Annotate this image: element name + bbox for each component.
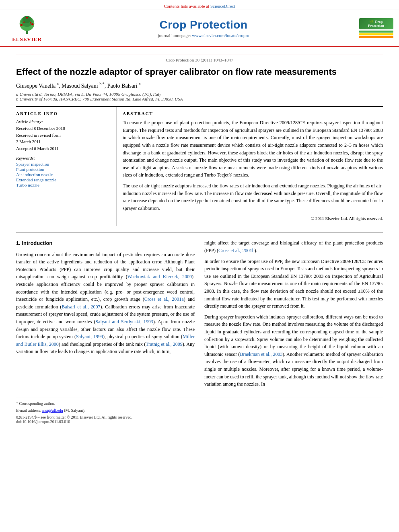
abstract-section: ABSTRACT To ensure the proper use of pla… [117,107,383,226]
elsevier-logo: ELSEVIER [5,13,49,43]
keyword-1[interactable]: Sprayer inspection [16,162,110,166]
body-columns: 1. Introduction Growing concern about th… [16,239,383,391]
contents-label: Contents lists available at [164,4,209,8]
abstract-paragraph-1: To ensure the proper use of plant protec… [123,119,383,179]
abstract-paragraph-2: The use of air-tight nozzle adaptors inc… [123,182,383,212]
keyword-5[interactable]: Turbo nozzle [16,183,110,187]
stripe-yellow [359,33,393,35]
crop-logo-line2: Protection [362,24,390,28]
keyword-2[interactable]: Plant protection [16,167,110,172]
article-title: Effect of the nozzle adaptor of sprayer … [16,66,383,78]
ref-braekman-2003[interactable]: Braekman et al., 2003 [240,351,282,357]
affiliation-a: a Università di Torino, DEIAFA, via L. D… [16,92,383,97]
info-abstract-row: ARTICLE INFO Article history: Received 8… [16,106,383,226]
elsevier-text: ELSEVIER [12,36,42,43]
email-person: (M. Salyani). [64,408,85,413]
col2-para-1: might affect the target coverage and bio… [204,239,383,254]
ref-tratnig-2009[interactable]: Tratnig et al., 2009 [146,341,183,347]
homepage-link[interactable]: www.elsevier.com/locate/cropro [192,33,249,38]
intro-para-1: Growing concern about the environmental … [16,251,195,355]
journal-ref: Crop Protection 30 (2011) 1043–1047 [16,55,383,62]
issn-text: 0261-2194/$ – see front matter © 2011 El… [16,415,383,419]
svg-point-5 [31,23,34,26]
article-footer: * Corresponding author. E-mail address: … [16,398,383,424]
elsevier-tree-icon [11,13,43,35]
ref-cross-2001a[interactable]: Cross et al., 2001a [144,296,184,302]
keyword-4[interactable]: Extended range nozzle [16,177,110,182]
ref-wachowiak[interactable]: Wachowiak and Kierzek, 2009 [128,274,192,279]
accepted-date: Accepted 6 March 2011 [16,145,110,152]
svg-point-8 [30,22,31,24]
journal-banner: ELSEVIER Crop Protection journal homepag… [0,10,399,46]
article-info: ARTICLE INFO Article history: Received 8… [16,107,117,226]
affiliation-b: b University of Florida, IFAS/CREC, 700 … [16,97,383,101]
journal-name: Crop Protection [49,18,358,31]
body-right-col: might affect the target coverage and bio… [204,239,383,391]
abstract-copyright: © 2011 Elsevier Ltd. All rights reserved… [123,215,383,222]
abstract-title: ABSTRACT [123,111,383,116]
authors-text: Giuseppe Vanella a, Masoud Salyani b,*, … [16,83,141,89]
svg-point-6 [26,17,28,19]
footnote-email: E-mail address: msi@ufl.edu (M. Salyani)… [16,408,383,413]
journal-logo-right: 🌿 Crop Protection [358,18,394,38]
affiliations: a Università di Torino, DEIAFA, via L. D… [16,92,383,101]
abstract-text: To ensure the proper use of plant protec… [123,119,383,222]
stripe-orange [359,36,393,38]
keyword-3[interactable]: Air-induction nozzle [16,172,110,177]
homepage-label: journal homepage: [158,33,191,38]
journal-ref-text: Crop Protection 30 (2011) 1043–1047 [166,58,233,62]
ref-salyani-1999[interactable]: Salyani, 1999 [76,334,103,339]
body-left-col: 1. Introduction Growing concern about th… [16,239,195,391]
email-label: E-mail address: [16,408,41,413]
ref-cross-2001b[interactable]: Cross et al., 2001b [218,248,255,253]
col2-para-3: During sprayer inspection which includes… [204,313,383,388]
intro-heading: 1. Introduction [16,239,195,247]
keywords-list: Sprayer inspection Plant protection Air-… [16,162,110,187]
authors: Giuseppe Vanella a, Masoud Salyani b,*, … [16,82,383,90]
journal-header: Contents lists available at ScienceDirec… [0,0,399,47]
footer-bottom: 0261-2194/$ – see front matter © 2011 El… [16,415,383,424]
svg-point-7 [23,21,25,23]
revised-date: 3 March 2011 [16,138,110,145]
crop-logo-line1: 🌿 Crop [362,20,390,24]
footnote-star-label: * Corresponding author. [16,401,55,406]
ref-salyani-1993[interactable]: Salyani and Serdynski, 1993 [95,319,153,325]
ref-balsari-2007[interactable]: Balsari et al., 2007 [62,304,100,310]
crop-logo-stripes [359,31,393,38]
journal-homepage: journal homepage: www.elsevier.com/locat… [49,33,358,38]
article-history: Article history: Received 8 December 201… [16,119,110,152]
keywords-section: Keywords: Sprayer inspection Plant prote… [16,156,110,187]
col2-para-2: In order to ensure the proper use of PPP… [204,258,383,310]
top-bar: Contents lists available at ScienceDirec… [0,2,399,10]
history-label: Article history: [16,119,110,124]
received-date: Received 8 December 2010 [16,125,110,132]
doi-text: doi:10.1016/j.cropro.2011.03.010 [16,419,383,424]
sciencedirect-link[interactable]: ScienceDirect [210,4,235,8]
keywords-label: Keywords: [16,156,110,160]
received-revised-label: Received in revised form [16,132,110,139]
footnote-corresponding: * Corresponding author. [16,401,383,406]
journal-title-center: Crop Protection journal homepage: www.el… [49,18,358,38]
stripe-green [359,31,393,33]
svg-point-4 [21,24,23,26]
crop-logo-box: 🌿 Crop Protection [359,18,393,29]
article-info-title: ARTICLE INFO [16,111,110,116]
section-divider [16,232,383,233]
content-area: Crop Protection 30 (2011) 1043–1047 Effe… [0,47,399,432]
email-link[interactable]: msi@ufl.edu [42,408,63,413]
